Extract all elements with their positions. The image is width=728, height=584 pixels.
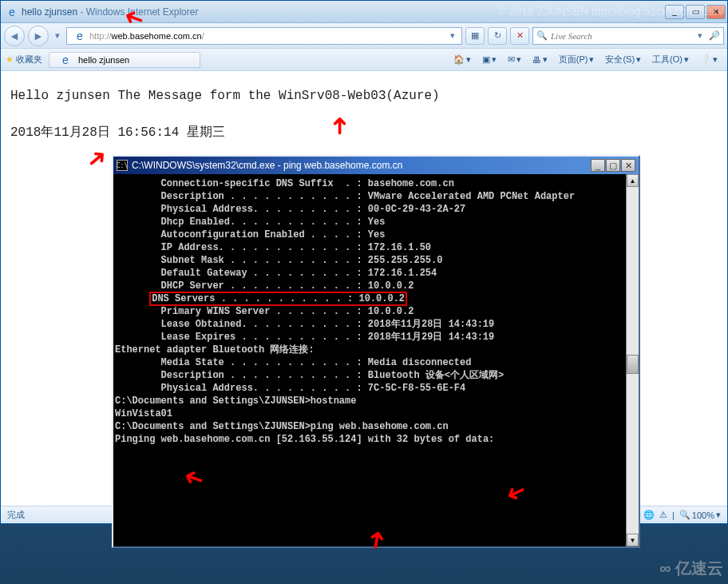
cmd-icon: C:\ [117, 160, 128, 171]
compat-view-button[interactable]: ▦ [465, 27, 485, 45]
print-icon: 🖶 [532, 55, 541, 65]
watermark-top: © 2018 ZJUNSEN http://blog.51cto.com/rds… [497, 5, 723, 18]
cmd-close-button[interactable]: ✕ [621, 159, 635, 172]
scroll-up-button[interactable]: ▲ [627, 174, 639, 187]
cmd-maximize-button[interactable]: ▢ [606, 159, 620, 172]
home-button[interactable]: 🏠▾ [449, 53, 476, 66]
ie-logo-icon: e [6, 6, 18, 18]
home-icon: 🏠 [453, 54, 465, 65]
page-timestamp: 2018年11月28日 16:56:14 星期三 [10, 124, 718, 141]
navigation-bar: ◄ ► ▾ e http://web.basehome.com.cn/ ▾ ▦ … [1, 23, 727, 49]
search-go-icon[interactable]: 🔎 [709, 30, 720, 41]
help-icon: ❔ [700, 54, 711, 65]
ie-page-icon: e [73, 30, 86, 42]
zoom-control[interactable]: 🔍 100% ▾ [679, 510, 721, 520]
safety-menu[interactable]: 安全(S)▾ [600, 52, 646, 67]
favorites-bar: ★ 收藏夹 e hello zjunsen 🏠▾ ▣▾ ✉▾ 🖶▾ 页面(P)▾… [1, 49, 727, 71]
history-dropdown-icon[interactable]: ▾ [52, 30, 63, 41]
cmd-titlebar[interactable]: C:\ C:\WINDOWS\system32\cmd.exe - ping w… [113, 157, 639, 174]
internet-zone-icon: 🌐 [643, 510, 655, 520]
mail-button[interactable]: ✉▾ [503, 53, 526, 66]
favorites-button[interactable]: ★ 收藏夹 [6, 54, 42, 66]
forward-button[interactable]: ► [28, 26, 49, 46]
cmd-title-text: C:\WINDOWS\system32\cmd.exe - ping web.b… [132, 160, 402, 171]
refresh-button[interactable]: ↻ [488, 27, 507, 45]
tools-menu[interactable]: 工具(O)▾ [647, 52, 694, 67]
zoom-dropdown-icon[interactable]: ▾ [716, 510, 721, 520]
cmd-output[interactable]: Connection-specific DNS Suffix . : baseh… [113, 174, 626, 546]
star-icon: ★ [6, 54, 14, 65]
scroll-thumb[interactable] [627, 355, 639, 374]
url-scheme: http:// [89, 31, 112, 41]
stop-button[interactable]: ✕ [510, 27, 529, 45]
protected-mode-icon: ⚠ [659, 510, 667, 520]
url-host: web.basehome.com.cn [112, 31, 202, 41]
feeds-button[interactable]: ▣▾ [477, 53, 501, 66]
tab-favicon-icon: e [59, 54, 72, 66]
mail-icon: ✉ [508, 54, 515, 65]
address-input[interactable] [204, 31, 447, 41]
search-dropdown-icon[interactable]: ▾ [694, 30, 706, 41]
help-menu[interactable]: ❔▾ [695, 53, 722, 66]
cmd-scrollbar[interactable]: ▲ ▼ [626, 174, 639, 546]
cmd-window: C:\ C:\WINDOWS\system32\cmd.exe - ping w… [112, 155, 640, 548]
search-box[interactable]: 🔍 ▾ 🔎 [532, 27, 724, 45]
cmd-minimize-button[interactable]: _ [591, 159, 605, 172]
scroll-down-button[interactable]: ▼ [627, 534, 639, 546]
watermark-cloud: ∞ 亿速云 [659, 558, 723, 579]
zoom-icon: 🔍 [679, 510, 690, 520]
search-icon: 🔍 [536, 30, 548, 41]
page-menu[interactable]: 页面(P)▾ [554, 52, 599, 67]
status-text: 完成 [7, 509, 25, 521]
zoom-value: 100% [692, 511, 714, 520]
search-input[interactable] [551, 31, 691, 41]
page-message: Hello zjunsen The Message form the WinSr… [10, 89, 718, 103]
back-button[interactable]: ◄ [4, 26, 25, 46]
rss-icon: ▣ [482, 54, 490, 65]
tab-label: hello zjunsen [78, 55, 129, 65]
print-button[interactable]: 🖶▾ [528, 53, 552, 66]
address-bar[interactable]: e http://web.basehome.com.cn/ ▾ [66, 27, 462, 45]
address-dropdown-icon[interactable]: ▾ [447, 30, 458, 41]
tab-hello[interactable]: e hello zjunsen [49, 52, 200, 68]
scroll-track[interactable] [627, 187, 639, 534]
